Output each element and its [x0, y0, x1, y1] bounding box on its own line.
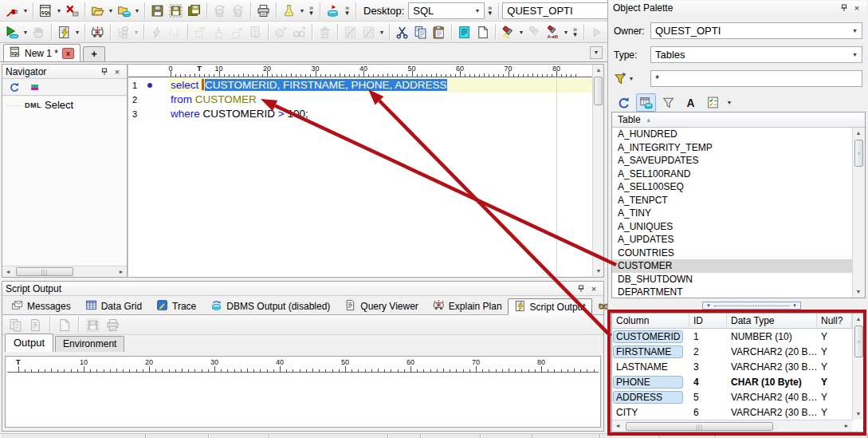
result-tab-trace[interactable]: Trace [151, 298, 202, 314]
chevron-down-icon[interactable]: ▼ [850, 52, 860, 57]
cell-nullable[interactable]: Y [817, 377, 852, 388]
grid-vertical-scrollbar[interactable]: ▲ = ▼ [852, 314, 865, 420]
cell-id[interactable]: 6 [689, 407, 727, 418]
editor-lines[interactable]: 1select CUSTOMERID, FIRSTNAME, PHONE, AD… [128, 78, 592, 277]
load-from-database-icon[interactable] [115, 2, 133, 19]
explain-plan-amb-icon[interactable] [433, 299, 445, 314]
navigator-legend-icon[interactable] [28, 80, 42, 94]
navigator-item-dml-select[interactable]: ····· DML Select [2, 97, 127, 113]
result-tab-explain-plan[interactable]: Explain Plan [427, 298, 508, 314]
execute-as-script-dropdown[interactable]: ▼ [73, 30, 81, 35]
scrollbar-thumb[interactable]: = [854, 140, 863, 167]
code-text[interactable]: where CUSTOMERID > 100; [168, 107, 592, 121]
scroll-down-icon[interactable]: ▼ [853, 286, 864, 298]
scrollbar-thumb[interactable]: ||| [16, 267, 73, 276]
result-tab-messages[interactable]: Messages [6, 298, 77, 314]
sql-editor[interactable]: 01020304050607080T 1select CUSTOMERID, F… [128, 64, 604, 278]
scroll-up-icon[interactable]: ▲ [853, 128, 864, 139]
pin-icon[interactable] [838, 2, 850, 14]
table-list-item[interactable]: A_SEL100SEQ [612, 180, 852, 194]
cell-column-name[interactable]: LASTNAME [612, 361, 689, 373]
cell-column-name[interactable]: CUSTOMERID [612, 330, 689, 343]
open-file-dropdown[interactable]: ▼ [107, 8, 115, 14]
grid-header-column[interactable]: Column [612, 314, 689, 328]
table-list-item[interactable]: A_SEL100RAND [612, 168, 852, 181]
cell-column-name[interactable]: FIRSTNAME [612, 345, 689, 358]
trace-icon[interactable] [156, 299, 168, 314]
cell-column-name[interactable]: PHONE [612, 376, 689, 389]
code-text[interactable]: from CUSTOMER [168, 93, 592, 107]
scroll-right-icon[interactable]: ► [841, 420, 852, 432]
execute-statement-dropdown[interactable]: ▼ [22, 30, 29, 35]
table-list-item[interactable]: A_INTEGRITY_TEMP [612, 141, 852, 155]
close-icon[interactable]: × [850, 2, 863, 14]
cell-data-type[interactable]: VARCHAR2 (20 B… [727, 346, 817, 357]
cell-data-type[interactable]: VARCHAR2 (30 B… [727, 361, 817, 373]
table-list-item[interactable]: CUSTOMER [612, 259, 852, 273]
run-script-icon[interactable] [514, 300, 526, 314]
paste-icon[interactable] [430, 23, 448, 41]
close-icon[interactable]: × [587, 283, 600, 294]
editor-vertical-scrollbar[interactable]: ▲ ▼ [592, 65, 603, 277]
chevron-down-icon[interactable]: ▼ [850, 28, 860, 34]
result-tab-data-grid[interactable]: Data Grid [80, 298, 147, 314]
table-list-item[interactable]: A_UPDATES [612, 233, 852, 247]
scroll-left-icon[interactable]: ◄ [612, 420, 623, 432]
cell-id[interactable]: 3 [689, 361, 727, 373]
navigator-horizontal-scrollbar[interactable]: ◄ ||| ► [2, 266, 127, 277]
editor-tab-new1[interactable]: SQL New 1 * x [3, 44, 81, 61]
refresh-navigator-icon[interactable] [7, 80, 22, 94]
cell-nullable[interactable]: Y [817, 361, 852, 373]
editor-gutter[interactable]: 3 [128, 107, 168, 121]
toolbar-overflow-button[interactable]: » ▾ [306, 6, 316, 15]
explain-plan-icon[interactable] [88, 23, 107, 41]
palette-options-icon[interactable] [703, 93, 723, 112]
editor-gutter[interactable]: 2 [128, 93, 168, 107]
desktop-combo[interactable]: SQL▼ [408, 2, 485, 19]
cut-icon[interactable] [393, 23, 411, 41]
cell-id[interactable]: 5 [689, 392, 727, 403]
scroll-left-icon[interactable]: ◄ [2, 266, 14, 278]
grid-header-datatype[interactable]: Data Type [727, 314, 817, 328]
open-file-icon[interactable] [88, 2, 107, 19]
cell-data-type[interactable]: CHAR (10 Byte) [727, 377, 817, 388]
data-grid-icon[interactable] [85, 299, 97, 314]
owner-combo[interactable]: QUEST_OPTI ▼ [650, 22, 862, 39]
scroll-right-icon[interactable]: ► [116, 266, 127, 278]
tab-output[interactable]: Output [5, 333, 53, 352]
cell-nullable[interactable]: Y [817, 346, 852, 357]
new-connection-dropdown[interactable]: ▼ [22, 8, 29, 14]
grid-row[interactable]: ADDRESS5VARCHAR2 (40 B…Y [612, 389, 852, 404]
scrollbar-thumb[interactable]: ||| [626, 422, 773, 431]
table-list-scrollbar[interactable]: ▲ = ▼ [852, 128, 865, 298]
table-list-item[interactable]: A_UNIQUES [612, 220, 852, 234]
save-all-icon[interactable] [185, 2, 203, 19]
table-list-item[interactable]: A_TINY [612, 207, 852, 220]
dropdown-button[interactable]: ▼ [378, 30, 386, 35]
font-options-icon[interactable]: A [681, 93, 701, 112]
find-icon[interactable] [499, 23, 517, 41]
scrollbar-thumb[interactable]: = [854, 326, 863, 357]
type-combo[interactable]: Tables ▼ [650, 46, 862, 63]
cell-data-type[interactable]: VARCHAR2 (40 B… [727, 392, 817, 403]
grid-row[interactable]: PHONE4CHAR (10 Byte)Y [612, 374, 852, 389]
load-from-database-dropdown[interactable]: ▼ [133, 8, 141, 14]
close-tab-icon[interactable]: x [62, 48, 74, 59]
new-sql-window-icon[interactable]: SQL [37, 2, 55, 19]
query-viewer-icon[interactable] [344, 299, 356, 314]
connection-combo[interactable]: QUEST_OPTI▼ [502, 2, 622, 19]
scrollbar-thumb[interactable] [594, 77, 603, 105]
grid-row[interactable]: FIRSTNAME2VARCHAR2 (20 B…Y [612, 344, 852, 359]
pin-icon[interactable] [98, 66, 111, 77]
table-list-item[interactable]: A_HUNDRED [612, 128, 852, 141]
grid-header-null[interactable]: Null? [817, 314, 852, 328]
editor-line[interactable]: 3where CUSTOMERID > 100; [128, 107, 592, 121]
table-list-item[interactable]: A_TENPCT [612, 194, 852, 207]
scroll-down-icon[interactable]: ▼ [853, 408, 864, 420]
toolbar-overflow-button[interactable]: » ▾ [342, 6, 352, 15]
new-document-icon[interactable] [473, 23, 492, 41]
refresh-palette-icon[interactable] [614, 93, 634, 112]
filter-objects-icon[interactable] [658, 93, 678, 112]
team-coding-icon[interactable] [324, 2, 342, 19]
execute-as-script-icon[interactable] [55, 23, 73, 41]
